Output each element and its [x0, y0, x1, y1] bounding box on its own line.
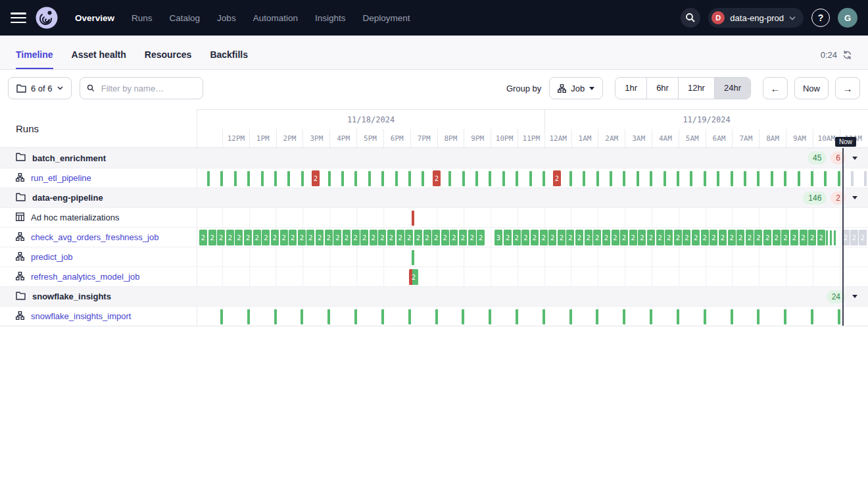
run-count-marker[interactable]: 2: [253, 230, 261, 245]
run-tick-marker[interactable]: [354, 309, 357, 324]
run-tick-marker[interactable]: [569, 309, 572, 324]
run-count-marker[interactable]: 2: [306, 230, 314, 245]
run-count-marker[interactable]: 2: [468, 230, 476, 245]
run-tick-marker[interactable]: [838, 309, 840, 324]
run-tick-marker[interactable]: [489, 171, 491, 186]
run-count-marker[interactable]: 2: [790, 230, 798, 245]
filter-input[interactable]: [100, 83, 196, 94]
run-count-marker[interactable]: 2: [548, 230, 556, 245]
run-tick-marker[interactable]: [542, 309, 545, 324]
run-count-marker[interactable]: 2: [585, 230, 592, 245]
run-tick-marker[interactable]: [784, 171, 786, 186]
run-tick-marker[interactable]: [677, 309, 679, 324]
nav-item-automation[interactable]: Automation: [253, 13, 298, 23]
run-count-marker[interactable]: 2: [859, 230, 867, 245]
run-count-marker[interactable]: 2: [414, 230, 422, 245]
job-label[interactable]: refresh_analytics_model_job: [31, 272, 139, 282]
run-count-marker[interactable]: 2: [647, 230, 655, 245]
run-tick-marker[interactable]: [234, 171, 237, 186]
run-count-marker[interactable]: 2: [226, 230, 234, 245]
run-count-marker[interactable]: 2: [531, 230, 539, 245]
run-tick-marker[interactable]: [811, 309, 813, 324]
refresh-icon[interactable]: [842, 50, 852, 60]
run-tick-marker[interactable]: [637, 171, 639, 186]
run-count-marker[interactable]: 2: [800, 230, 808, 245]
run-tick-marker[interactable]: [830, 230, 832, 245]
run-count-marker[interactable]: 2: [289, 230, 297, 245]
run-count-marker[interactable]: 2: [459, 230, 467, 245]
run-tick-marker[interactable]: [542, 171, 545, 186]
timeline-prev-button[interactable]: ←: [763, 77, 788, 99]
range-1hr[interactable]: 1hr: [615, 78, 646, 99]
nav-item-deployment[interactable]: Deployment: [362, 13, 410, 23]
run-tick-marker[interactable]: [596, 309, 598, 324]
run-tick-marker[interactable]: [462, 171, 465, 186]
hamburger-menu-icon[interactable]: [11, 13, 26, 23]
run-count-marker[interactable]: 2: [638, 230, 646, 245]
run-count-marker[interactable]: 2: [746, 230, 754, 245]
run-tick-marker[interactable]: [704, 309, 706, 324]
run-tick-marker[interactable]: [395, 171, 398, 186]
run-count-marker[interactable]: 2: [701, 230, 709, 245]
run-count-marker[interactable]: 2: [683, 230, 690, 245]
run-count-marker[interactable]: 2: [433, 170, 441, 186]
group-row-batch-enrichment[interactable]: batch_enrichment456: [0, 148, 868, 168]
run-count-marker[interactable]: 2: [808, 230, 816, 245]
run-tick-marker[interactable]: [408, 309, 411, 324]
run-count-marker[interactable]: 2: [674, 230, 682, 245]
run-tick-marker[interactable]: [757, 171, 760, 186]
range-6hr[interactable]: 6hr: [646, 78, 678, 99]
run-tick-marker[interactable]: [435, 309, 438, 324]
run-count-marker[interactable]: 2: [763, 230, 771, 245]
run-count-marker[interactable]: 2: [850, 230, 858, 245]
run-count-marker[interactable]: 2: [316, 230, 324, 245]
run-count-marker[interactable]: 2: [710, 230, 717, 245]
run-tick-marker[interactable]: [422, 171, 424, 186]
run-count-marker[interactable]: 2: [405, 230, 413, 245]
run-tick-marker[interactable]: [864, 171, 867, 186]
run-tick-marker[interactable]: [207, 171, 210, 186]
group-by-select[interactable]: Job: [549, 77, 603, 99]
job-label[interactable]: predict_job: [31, 252, 73, 262]
run-count-marker[interactable]: 2: [665, 230, 673, 245]
group-row-data-eng-pipeline[interactable]: data-eng-pipeline1462: [0, 188, 868, 207]
job-label[interactable]: run_etl_pipeline: [31, 173, 91, 183]
run-tick-marker[interactable]: [826, 230, 828, 245]
run-count-marker[interactable]: 2: [271, 230, 279, 245]
run-count-marker[interactable]: 2: [262, 230, 270, 245]
repo-scope-button[interactable]: 6 of 6: [8, 77, 72, 99]
run-count-marker[interactable]: 2: [352, 230, 360, 245]
run-count-marker[interactable]: 2: [504, 230, 512, 245]
run-count-marker[interactable]: 2: [593, 230, 601, 245]
expand-caret-icon[interactable]: [852, 157, 857, 160]
tab-backfills[interactable]: Backfills: [210, 49, 248, 69]
run-tick-marker[interactable]: [838, 171, 840, 186]
run-tick-marker[interactable]: [328, 171, 331, 186]
run-tick-marker[interactable]: [301, 171, 304, 186]
run-tick-marker[interactable]: [502, 171, 505, 186]
run-count-marker[interactable]: 2: [728, 230, 736, 245]
run-count-marker[interactable]: 2: [235, 230, 243, 245]
job-label[interactable]: check_avg_orders_freshness_job: [31, 232, 158, 242]
help-button[interactable]: ?: [811, 9, 830, 27]
run-count-marker[interactable]: 2: [817, 230, 825, 245]
nav-item-insights[interactable]: Insights: [315, 13, 346, 23]
run-tick-marker[interactable]: [851, 171, 854, 186]
range-24hr[interactable]: 24hr: [714, 78, 750, 99]
nav-item-overview[interactable]: Overview: [75, 13, 114, 23]
run-count-marker[interactable]: 2: [450, 230, 458, 245]
nav-item-catalog[interactable]: Catalog: [170, 13, 201, 23]
run-tick-marker[interactable]: [798, 171, 800, 186]
run-tick-marker[interactable]: [287, 171, 290, 186]
run-tick-marker[interactable]: [341, 171, 344, 186]
tab-timeline[interactable]: Timeline: [16, 49, 53, 69]
run-tick-marker[interactable]: [717, 171, 719, 186]
run-tick-marker[interactable]: [650, 171, 652, 186]
run-count-marker[interactable]: 2: [773, 230, 781, 245]
run-count-marker[interactable]: 2: [387, 230, 395, 245]
run-tick-marker[interactable]: [220, 309, 223, 324]
search-button[interactable]: [681, 8, 700, 28]
run-count-marker[interactable]: 2: [513, 230, 521, 245]
run-tick-marker[interactable]: [623, 309, 625, 324]
run-tick-marker[interactable]: [677, 171, 679, 186]
